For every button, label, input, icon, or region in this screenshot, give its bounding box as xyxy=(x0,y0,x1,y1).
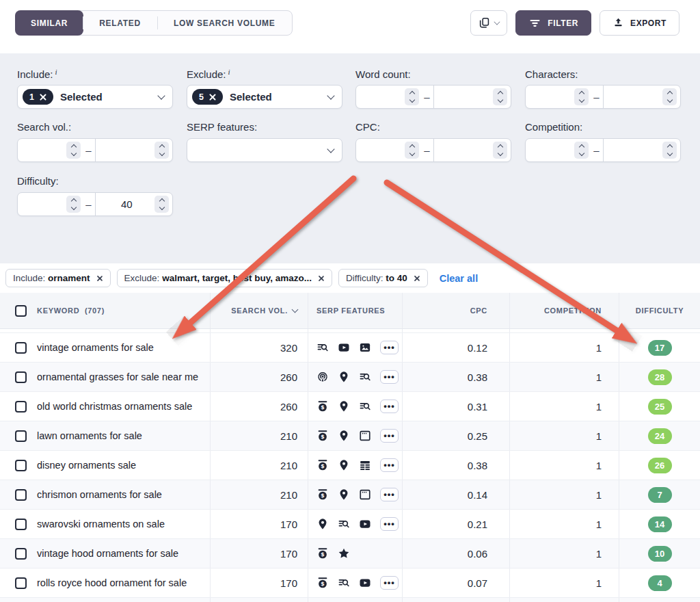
characters-max-input[interactable] xyxy=(610,92,660,103)
tab-related[interactable]: RELATED xyxy=(83,11,157,35)
serp-features-select[interactable] xyxy=(187,138,342,162)
search-vol-column-header[interactable]: SEARCH VOL. xyxy=(210,293,308,328)
word-count-max-input[interactable] xyxy=(441,92,490,103)
search-vol-value: 320 xyxy=(210,333,308,362)
difficulty-badge[interactable]: 28 xyxy=(648,369,672,385)
keyword-text[interactable]: rolls royce hood ornament for sale xyxy=(37,577,187,588)
keyword-text[interactable]: vintage hood ornaments for sale xyxy=(37,548,178,559)
stepper-icon[interactable] xyxy=(405,142,419,159)
search-vol-min-input[interactable] xyxy=(25,145,63,156)
export-button[interactable]: EXPORT xyxy=(600,10,679,36)
keyword-text[interactable]: old world christmas ornaments sale xyxy=(37,401,192,412)
row-checkbox[interactable] xyxy=(15,489,27,501)
row-checkbox[interactable] xyxy=(15,371,27,383)
cpc-min-input[interactable] xyxy=(363,145,401,156)
stepper-icon[interactable] xyxy=(154,142,169,159)
stepper-icon[interactable] xyxy=(662,142,677,159)
difficulty-badge[interactable]: 24 xyxy=(648,428,672,444)
table-row[interactable]: ornamental grasses for sale near me260••… xyxy=(0,363,700,392)
tab-similar[interactable]: SIMILAR xyxy=(15,10,83,36)
more-serp-features-button[interactable]: ••• xyxy=(380,488,399,501)
row-checkbox[interactable] xyxy=(15,460,27,471)
difficulty-badge[interactable]: 17 xyxy=(648,340,672,356)
keyword-text[interactable]: chrismon ornaments for sale xyxy=(37,489,162,500)
more-serp-features-button[interactable]: ••• xyxy=(380,429,399,443)
stepper-icon[interactable] xyxy=(574,88,589,105)
close-icon[interactable] xyxy=(209,94,216,101)
row-checkbox[interactable] xyxy=(15,430,27,442)
keyword-text[interactable]: vintage ornaments for sale xyxy=(37,342,154,353)
stepper-icon[interactable] xyxy=(66,196,81,213)
row-checkbox[interactable] xyxy=(15,401,27,413)
keyword-text[interactable]: disney ornaments sale xyxy=(37,460,136,471)
table-row[interactable]: old world christmas ornaments sale260$••… xyxy=(0,392,700,421)
row-checkbox[interactable] xyxy=(15,548,27,560)
table-row[interactable]: disney ornaments sale210$•••0.38126 xyxy=(0,451,700,480)
include-count-pill[interactable]: 1 xyxy=(23,89,53,105)
clear-all-link[interactable]: Clear all xyxy=(440,273,478,284)
stepper-icon[interactable] xyxy=(493,142,507,159)
star-icon xyxy=(338,547,350,560)
table-row[interactable]: vintage hood ornaments for sale170$0.061… xyxy=(0,539,700,568)
keyword-text[interactable]: ornamental grasses for sale near me xyxy=(37,371,198,382)
table-row[interactable]: rolls royce hood ornament for sale170$••… xyxy=(0,568,700,598)
difficulty-badge[interactable]: 14 xyxy=(648,516,672,532)
ads-icon: $ xyxy=(317,488,329,501)
table-row[interactable]: swarovski ornaments on sale170•••0.21114 xyxy=(0,510,700,539)
competition-max-input[interactable] xyxy=(610,145,660,156)
close-icon[interactable] xyxy=(319,275,325,281)
more-serp-features-button[interactable]: ••• xyxy=(380,517,399,531)
cpc-max-input[interactable] xyxy=(441,145,490,156)
more-serp-features-button[interactable]: ••• xyxy=(380,341,399,354)
cpc-range: – xyxy=(355,138,511,162)
close-icon[interactable] xyxy=(96,275,103,281)
stepper-icon[interactable] xyxy=(66,142,81,159)
chip-difficulty[interactable]: Difficulty: to 40 xyxy=(338,269,428,287)
cpc-value: 0.25 xyxy=(402,421,509,450)
characters-min-input[interactable] xyxy=(533,92,571,103)
close-icon[interactable] xyxy=(40,94,46,101)
difficulty-max-input[interactable] xyxy=(103,198,152,210)
chip-exclude[interactable]: Exclude: walmart, target, best buy, amaz… xyxy=(117,269,332,287)
word-count-min-input[interactable] xyxy=(363,92,401,103)
difficulty-badge[interactable]: 4 xyxy=(648,575,672,591)
row-checkbox[interactable] xyxy=(15,577,27,589)
close-icon[interactable] xyxy=(414,275,420,281)
more-serp-features-button[interactable]: ••• xyxy=(380,576,399,590)
difficulty-badge[interactable]: 10 xyxy=(648,546,672,562)
copy-button[interactable] xyxy=(470,10,507,36)
difficulty-badge[interactable]: 26 xyxy=(648,458,672,473)
stepper-icon[interactable] xyxy=(493,88,507,105)
difficulty-badge[interactable]: 25 xyxy=(648,399,672,415)
keyword-text[interactable]: lawn ornaments for sale xyxy=(37,430,142,441)
table-row[interactable]: lawn ornaments for sale210$•••0.25124 xyxy=(0,421,700,451)
select-all-checkbox[interactable] xyxy=(15,305,27,317)
more-serp-features-button[interactable]: ••• xyxy=(380,400,399,413)
more-serp-features-button[interactable]: ••• xyxy=(380,370,399,384)
search-vol-max-input[interactable] xyxy=(103,145,152,156)
local-pack-icon xyxy=(317,518,329,530)
stepper-icon[interactable] xyxy=(662,88,677,105)
difficulty-badge[interactable]: 7 xyxy=(648,487,672,503)
chevron-down-icon xyxy=(494,18,500,25)
tab-low-search-volume[interactable]: LOW SEARCH VOLUME xyxy=(157,11,292,35)
search-list-icon xyxy=(338,577,350,589)
table-row[interactable]: vintage ornaments for sale320•••0.12117 xyxy=(0,333,700,363)
table-row[interactable]: chrismon ornaments for sale210$•••0.1417 xyxy=(0,480,700,510)
filter-button[interactable]: FILTER xyxy=(515,10,591,36)
exclude-count-pill[interactable]: 5 xyxy=(192,89,223,105)
stepper-icon[interactable] xyxy=(154,196,169,213)
include-select[interactable]: 1 Selected xyxy=(17,85,173,109)
difficulty-min-input[interactable] xyxy=(25,199,63,210)
row-checkbox[interactable] xyxy=(15,519,27,530)
stepper-icon[interactable] xyxy=(574,142,589,159)
keyword-count: (707) xyxy=(85,306,105,315)
keyword-text[interactable]: swarovski ornaments on sale xyxy=(37,519,165,529)
stepper-icon[interactable] xyxy=(405,88,419,105)
table-partial-row xyxy=(0,598,700,602)
exclude-select[interactable]: 5 Selected xyxy=(187,85,342,109)
chip-include[interactable]: Include: ornament xyxy=(5,269,111,287)
more-serp-features-button[interactable]: ••• xyxy=(380,458,399,472)
competition-min-input[interactable] xyxy=(533,145,571,156)
row-checkbox[interactable] xyxy=(15,342,27,354)
